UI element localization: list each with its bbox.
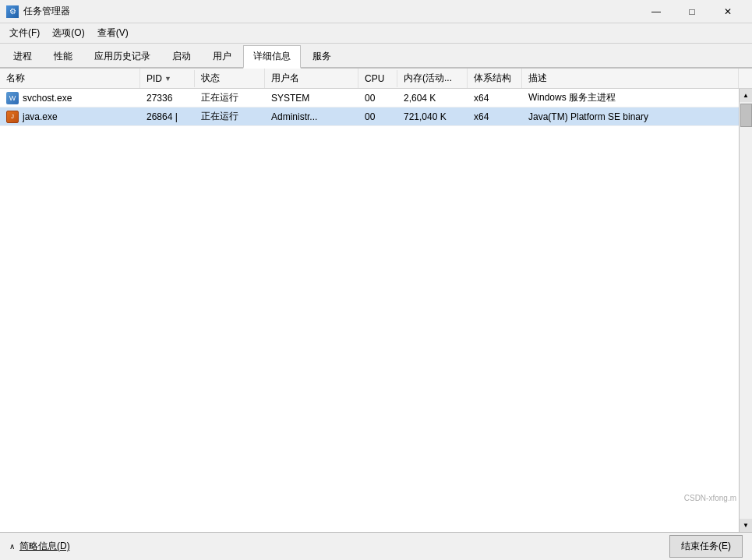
menu-bar: 文件(F) 选项(O) 查看(V) [0,23,752,44]
cell-pid-java: 26864 | [140,109,195,125]
col-header-pid[interactable]: PID ▼ [140,70,195,87]
maximize-button[interactable]: □ [674,0,710,23]
tab-performance[interactable]: 性能 [44,45,83,67]
scroll-thumb[interactable] [740,104,752,127]
cell-mem-java: 721,040 K [397,109,468,125]
app-title: 任务管理器 [23,5,70,18]
menu-options[interactable]: 选项(O) [46,24,90,42]
main-area: 名称 PID ▼ 状态 用户名 CPU 内存(活动... 体系结构 描述 [0,69,752,532]
title-bar: ⚙ 任务管理器 — □ ✕ [0,0,752,23]
close-button[interactable]: ✕ [710,0,746,23]
scroll-down-button[interactable]: ▼ [740,519,752,532]
scrollbar[interactable]: ▲ ▼ [739,89,752,532]
col-header-mem[interactable]: 内存(活动... [397,69,468,88]
table-row[interactable]: J java.exe 26864 | 正在运行 Administr... 00 … [0,107,752,126]
summary-link[interactable]: 简略信息(D) [19,540,70,553]
expand-arrow-icon[interactable]: ∧ [9,542,15,551]
col-header-name[interactable]: 名称 [0,69,140,88]
cell-pid-svchost: 27336 [140,90,195,106]
java-icon: J [6,111,19,123]
cell-arch-java: x64 [468,109,522,125]
tab-bar: 进程 性能 应用历史记录 启动 用户 详细信息 服务 [0,44,752,69]
col-header-cpu[interactable]: CPU [358,70,397,87]
menu-file[interactable]: 文件(F) [3,24,46,42]
tab-processes[interactable]: 进程 [3,45,42,67]
tab-services[interactable]: 服务 [302,45,341,67]
app-icon: ⚙ [6,5,19,18]
tab-details[interactable]: 详细信息 [243,45,301,69]
minimize-button[interactable]: — [638,0,674,23]
bottom-bar: ∧ 简略信息(D) 结束任务(E) [0,532,752,560]
cell-name-java: J java.exe [0,108,140,125]
table-header: 名称 PID ▼ 状态 用户名 CPU 内存(活动... 体系结构 描述 [0,69,752,89]
cell-name-svchost: W svchost.exe [0,90,140,107]
cell-cpu-svchost: 00 [358,90,397,106]
cell-mem-svchost: 2,604 K [397,90,468,106]
tab-app-history[interactable]: 应用历史记录 [84,45,161,67]
cell-cpu-java: 00 [358,109,397,125]
col-header-desc[interactable]: 描述 [522,69,739,88]
tab-users[interactable]: 用户 [203,45,242,67]
bottom-left: ∧ 简略信息(D) [9,540,70,553]
sort-arrow-pid: ▼ [164,75,171,83]
end-task-button[interactable]: 结束任务(E) [669,535,743,558]
col-header-arch[interactable]: 体系结构 [468,69,522,88]
cell-user-java: Administr... [265,109,358,125]
table-row[interactable]: W svchost.exe 27336 正在运行 SYSTEM 00 2,604… [0,89,752,107]
table-body: W svchost.exe 27336 正在运行 SYSTEM 00 2,604… [0,89,752,532]
col-header-status[interactable]: 状态 [195,69,265,88]
cell-user-svchost: SYSTEM [265,90,358,106]
title-bar-left: ⚙ 任务管理器 [6,5,70,18]
cell-status-svchost: 正在运行 [195,89,265,107]
col-header-user[interactable]: 用户名 [265,69,358,88]
window-controls: — □ ✕ [638,0,746,23]
cell-desc-java: Java(TM) Platform SE binary [522,109,752,125]
cell-desc-svchost: Windows 服务主进程 [522,89,752,107]
cell-arch-svchost: x64 [468,90,522,106]
tab-startup[interactable]: 启动 [162,45,201,67]
menu-view[interactable]: 查看(V) [91,24,135,42]
cell-status-java: 正在运行 [195,107,265,125]
svchost-icon: W [6,92,19,104]
scroll-up-button[interactable]: ▲ [740,89,752,102]
